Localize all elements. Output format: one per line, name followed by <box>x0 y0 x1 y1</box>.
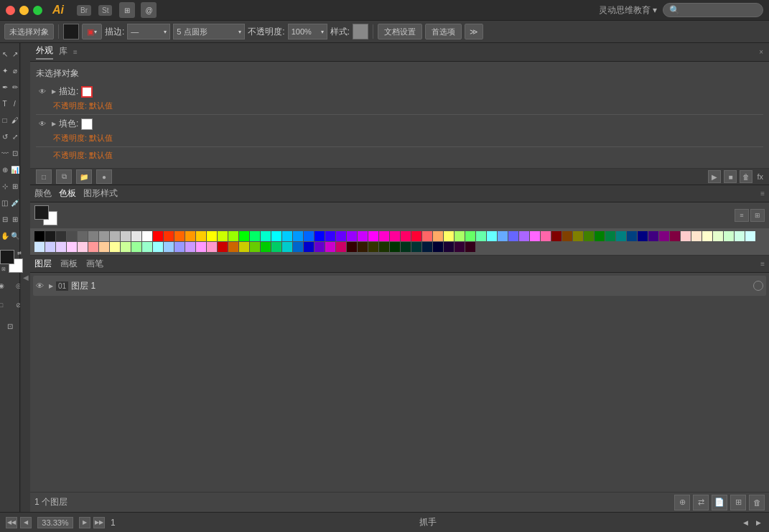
swatch-cell[interactable] <box>45 231 55 241</box>
swatch-cell[interactable] <box>691 231 702 241</box>
swatch-cell[interactable] <box>78 242 88 252</box>
scale-tool[interactable]: ⤢ <box>10 129 20 144</box>
swatch-cell[interactable] <box>702 231 712 241</box>
swatch-cell[interactable] <box>34 242 45 252</box>
grid-icon[interactable]: ⊞ <box>119 2 135 18</box>
swatch-cell[interactable] <box>34 231 45 241</box>
lasso-tool[interactable]: ⌀ <box>10 62 20 78</box>
swatch-cell[interactable] <box>508 231 518 241</box>
swatch-cell[interactable] <box>390 231 400 241</box>
swatch-cell[interactable] <box>347 231 357 241</box>
swatch-cell[interactable] <box>368 242 378 252</box>
fill-visibility-eye[interactable]: 👁 <box>39 120 49 128</box>
direct-select-tool[interactable]: ↗ <box>10 46 20 62</box>
stroke-color-swatch[interactable] <box>63 24 79 39</box>
swatch-cell[interactable] <box>56 242 66 252</box>
layers-options-btn[interactable]: ≡ <box>760 260 765 268</box>
mesh-tool[interactable]: ⊞ <box>10 178 20 194</box>
swatch-cell[interactable] <box>110 231 120 241</box>
swatch-cell[interactable] <box>411 231 421 241</box>
swatch-cell[interactable] <box>250 242 260 252</box>
column-graph-tool[interactable]: 📊 <box>10 162 20 177</box>
swatch-cell[interactable] <box>530 231 540 241</box>
search-input[interactable] <box>683 6 757 14</box>
swatch-cell[interactable] <box>131 231 141 241</box>
swatch-cell[interactable] <box>336 231 346 241</box>
swatch-cell[interactable] <box>282 231 292 241</box>
swatch-cell[interactable] <box>153 231 163 241</box>
swatch-cell[interactable] <box>724 231 734 241</box>
swatch-cell[interactable] <box>121 242 131 252</box>
swatch-cell[interactable] <box>487 231 497 241</box>
warp-tool[interactable]: 〰 <box>0 145 10 161</box>
swatch-cell[interactable] <box>218 242 228 252</box>
swatch-cell[interactable] <box>681 231 691 241</box>
select-tool[interactable]: ↖ <box>0 46 10 62</box>
swatch-cell[interactable] <box>433 242 443 252</box>
swatch-cell[interactable] <box>465 231 475 241</box>
swatch-cell[interactable] <box>465 242 475 252</box>
swatch-cell[interactable] <box>314 242 325 252</box>
swatch-cell[interactable] <box>573 231 583 241</box>
rotate-tool[interactable]: ↺ <box>0 129 10 144</box>
swatch-cell[interactable] <box>207 231 217 241</box>
swatch-cell[interactable] <box>185 231 195 241</box>
swatch-cell[interactable] <box>293 231 303 241</box>
swatch-cell[interactable] <box>638 231 648 241</box>
layer-expand-arrow[interactable]: ▶ <box>49 283 53 289</box>
swatch-cell[interactable] <box>519 231 529 241</box>
fill-opacity[interactable]: 不透明度: 默认值 <box>36 133 763 144</box>
swatch-cell[interactable] <box>218 231 228 241</box>
foreground-swatch[interactable] <box>0 250 14 264</box>
swatch-cell[interactable] <box>605 231 615 241</box>
swatch-cell[interactable] <box>498 231 508 241</box>
layer-target-circle[interactable] <box>753 281 763 291</box>
stroke-swatch[interactable] <box>81 86 93 98</box>
status-arr-left[interactable]: ◀ <box>740 518 750 528</box>
duplicate-btn[interactable]: ⧉ <box>56 169 72 184</box>
maximize-button[interactable] <box>33 6 42 15</box>
swatch-cell[interactable] <box>153 242 163 252</box>
swatch-cell[interactable] <box>271 242 281 252</box>
library-tab[interactable]: 库 <box>59 45 67 59</box>
delete-layer-btn[interactable]: 🗑 <box>749 495 765 510</box>
stroke-visibility-eye[interactable]: 👁 <box>39 88 49 95</box>
swatch-cell[interactable] <box>164 242 174 252</box>
swatch-cell[interactable] <box>551 231 561 241</box>
swatch-cell[interactable] <box>379 231 389 241</box>
swatch-cell[interactable] <box>390 242 400 252</box>
swatch-cell[interactable] <box>325 242 335 252</box>
swatch-cell[interactable] <box>293 242 303 252</box>
swatch-cell[interactable] <box>88 242 98 252</box>
play-btn[interactable]: ▶ <box>708 170 721 183</box>
swatch-cell[interactable] <box>99 231 109 241</box>
graphic-styles-tab[interactable]: 图形样式 <box>83 187 118 200</box>
pen-tool[interactable]: ✒ <box>0 79 10 95</box>
swatch-cell[interactable] <box>196 231 206 241</box>
move-selection-btn[interactable]: ⊞ <box>730 495 746 510</box>
swatch-cell[interactable] <box>358 231 368 241</box>
brand-text[interactable]: 灵动思维教育 ▾ <box>599 4 657 17</box>
list-view-btn[interactable]: ≡ <box>735 209 749 222</box>
swatch-cell[interactable] <box>616 231 626 241</box>
nav-back-btn[interactable]: ◀ <box>20 517 32 528</box>
swatch-cell[interactable] <box>401 242 411 252</box>
grid-view-btn[interactable]: ⊞ <box>750 209 765 222</box>
layer-row-1[interactable]: 👁 ▶ 01 图层 1 <box>33 276 766 296</box>
stroke-opacity[interactable]: 不透明度: 默认值 <box>36 101 763 111</box>
status-arr-right[interactable]: ▶ <box>753 518 763 528</box>
spiral-icon[interactable]: @ <box>141 2 157 18</box>
swatch-cell[interactable] <box>735 231 745 241</box>
swatch-cell[interactable] <box>745 231 755 241</box>
doc-settings-btn[interactable]: 文档设置 <box>378 24 422 39</box>
layer-visibility-eye[interactable]: 👁 <box>36 281 46 290</box>
color-mode-btn[interactable]: ◉ <box>0 278 9 294</box>
swatch-cell[interactable] <box>67 242 77 252</box>
swatch-cell[interactable] <box>422 242 432 252</box>
line-tool[interactable]: / <box>10 95 20 111</box>
color-tab[interactable]: 颜色 <box>34 187 52 200</box>
magic-wand-tool[interactable]: ✦ <box>0 62 10 78</box>
swatch-cell[interactable] <box>401 231 411 241</box>
make-mask-btn[interactable]: ⊕ <box>674 495 690 510</box>
swatch-cell[interactable] <box>261 231 271 241</box>
